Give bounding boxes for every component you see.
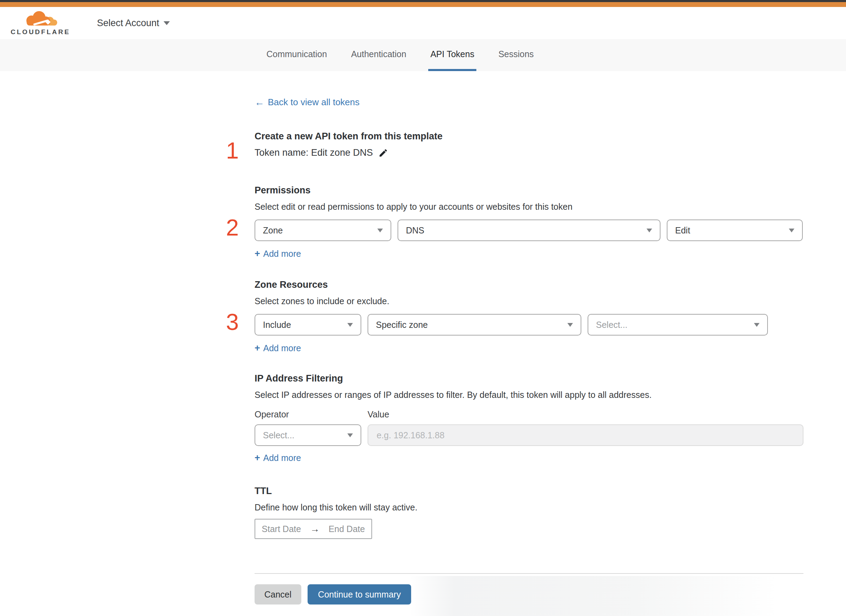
back-arrow-icon: ← [255, 98, 264, 107]
account-selector[interactable]: Select Account [97, 18, 170, 29]
permissions-controls-row: Zone DNS Edit [255, 220, 803, 241]
ttl-title: TTL [255, 485, 803, 497]
ip-add-more-link[interactable]: + Add more [255, 453, 301, 463]
zone-resources-add-more-link[interactable]: + Add more [255, 343, 301, 353]
zone-resources-title: Zone Resources [255, 279, 803, 291]
header: CLOUDFLARE Select Account [0, 7, 846, 39]
zone-mode-select[interactable]: Include [255, 314, 361, 336]
ip-value-input[interactable] [368, 424, 803, 446]
ip-field-labels: Operator Value [255, 408, 803, 420]
zone-resources-controls-row: Include Specific zone Select... [255, 314, 803, 336]
brand-wordmark: CLOUDFLARE [11, 28, 71, 36]
chevron-down-icon [754, 323, 759, 327]
chevron-down-icon [377, 229, 383, 232]
back-link-label: Back to view all tokens [268, 97, 359, 108]
zone-resources-section: 3 Zone Resources Select zones to include… [255, 279, 803, 353]
permissions-title: Permissions [255, 184, 803, 197]
ip-filtering-title: IP Address Filtering [255, 372, 803, 385]
tab-bar: Communication Authentication API Tokens … [0, 39, 846, 71]
chevron-down-icon [163, 21, 170, 25]
step-number-2: 2 [226, 216, 239, 239]
tab-communication[interactable]: Communication [264, 39, 329, 71]
value-label: Value [368, 408, 389, 420]
tab-authentication[interactable]: Authentication [349, 39, 408, 71]
chevron-down-icon [789, 229, 795, 232]
permissions-subtitle: Select edit or read permissions to apply… [255, 201, 803, 213]
ttl-section: TTL Define how long this token will stay… [255, 485, 803, 539]
chevron-down-icon [567, 323, 573, 327]
permissions-add-more-link[interactable]: + Add more [255, 249, 301, 259]
token-name-text: Token name: Edit zone DNS [255, 147, 373, 158]
back-to-tokens-link[interactable]: ← Back to view all tokens [255, 97, 359, 108]
ttl-date-range-picker[interactable]: Start Date → End Date [255, 519, 372, 539]
chevron-down-icon [347, 323, 353, 327]
footer-actions: Cancel Continue to summary [255, 584, 803, 604]
pencil-edit-icon[interactable] [378, 148, 388, 158]
footer-divider [255, 573, 803, 574]
operator-label: Operator [255, 408, 368, 420]
ip-filtering-section: IP Address Filtering Select IP addresses… [255, 372, 803, 463]
right-arrow-icon: → [310, 524, 319, 534]
continue-to-summary-button[interactable]: Continue to summary [308, 584, 412, 604]
cancel-button[interactable]: Cancel [255, 584, 301, 604]
zone-scope-select[interactable]: Specific zone [368, 314, 581, 336]
ip-operator-select[interactable]: Select... [255, 424, 361, 446]
template-section-title: Create a new API token from this templat… [255, 130, 803, 142]
zone-picker-select[interactable]: Select... [588, 314, 768, 336]
plus-icon: + [255, 343, 260, 353]
start-date-placeholder: Start Date [262, 524, 301, 534]
main-content: ← Back to view all tokens 1 Create a new… [255, 97, 803, 604]
template-section: 1 Create a new API token from this templ… [255, 130, 803, 158]
cloudflare-logo: CLOUDFLARE [10, 10, 71, 36]
footer-background-wash [410, 576, 780, 616]
token-name-row: Token name: Edit zone DNS [255, 147, 803, 158]
plus-icon: + [255, 249, 260, 258]
account-selector-label: Select Account [97, 18, 159, 29]
cloudflare-cloud-icon [19, 10, 62, 28]
end-date-placeholder: End Date [328, 524, 365, 534]
ip-filtering-subtitle: Select IP addresses or ranges of IP addr… [255, 389, 803, 401]
step-number-3: 3 [226, 311, 239, 333]
top-orange-bar [0, 2, 846, 7]
ip-controls-row: Select... [255, 424, 803, 446]
step-number-1: 1 [226, 139, 239, 162]
ttl-subtitle: Define how long this token will stay act… [255, 502, 803, 513]
zone-resources-subtitle: Select zones to include or exclude. [255, 295, 803, 307]
plus-icon: + [255, 453, 260, 463]
permission-service-select[interactable]: DNS [397, 220, 661, 241]
permission-scope-select[interactable]: Zone [255, 220, 391, 241]
tab-api-tokens[interactable]: API Tokens [428, 39, 476, 71]
permission-access-select[interactable]: Edit [667, 220, 803, 241]
permissions-section: 2 Permissions Select edit or read permis… [255, 184, 803, 259]
tab-sessions[interactable]: Sessions [496, 39, 536, 71]
chevron-down-icon [347, 433, 353, 437]
chevron-down-icon [646, 229, 652, 232]
